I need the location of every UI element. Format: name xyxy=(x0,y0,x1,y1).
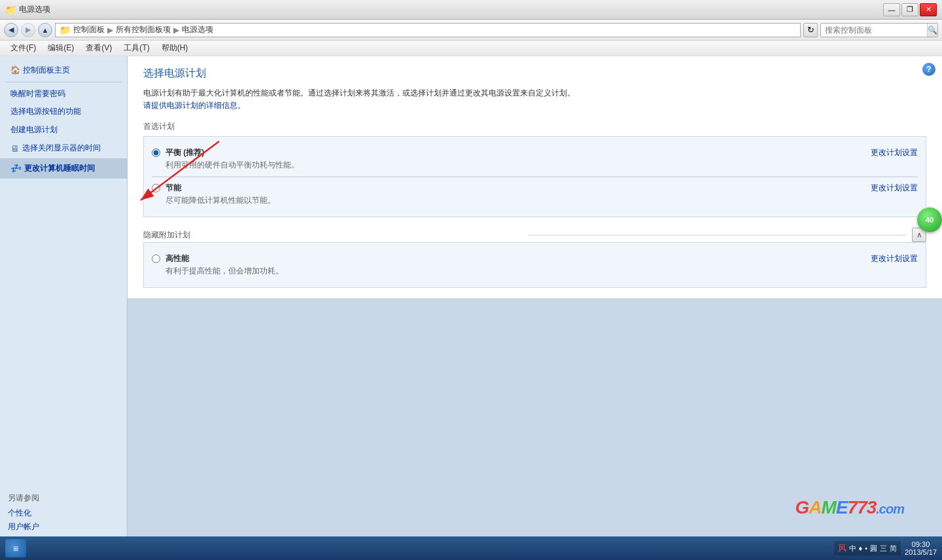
balanced-action: 更改计划设置 xyxy=(858,147,918,158)
address-bar: ◀ ▶ ▲ 📁 控制面板 ▶ 所有控制面板项 ▶ 电源选项 ↻ 🔍 xyxy=(0,20,942,41)
help-button[interactable]: ? xyxy=(922,63,935,76)
sleep-time-label: 更改计算机睡眠时间 xyxy=(24,162,95,175)
refresh-button[interactable]: ↻ xyxy=(803,23,818,37)
taskbar-right: 风 中 ♦ • 圓 三 简 09:30 2013/5/17 xyxy=(834,540,937,556)
restore-button[interactable]: ❐ xyxy=(901,3,918,16)
sidebar-divider-1 xyxy=(5,82,122,82)
sidebar: 🏠 控制面板主页 唤醒时需要密码 选择电源按钮的功能 创建电源计划 🖥 选择关闭… xyxy=(0,56,128,544)
minimize-button[interactable]: — xyxy=(883,3,900,16)
window-title: 电源选项 xyxy=(19,4,50,15)
address-path: 控制面板 ▶ 所有控制面板项 ▶ 电源选项 xyxy=(73,24,213,35)
tray-icon-4: • xyxy=(865,544,867,552)
powersave-title: 节能 xyxy=(166,183,858,194)
logo-e: E xyxy=(836,497,848,517)
plan-row-balanced: 平衡 (推荐) 利用可用的硬件自动平衡功耗与性能。 更改计划设置 xyxy=(152,142,918,177)
balanced-desc: 利用可用的硬件自动平衡功耗与性能。 xyxy=(166,160,858,171)
highperf-content: 高性能 有利于提高性能，但会增加功耗。 xyxy=(166,253,858,277)
page-description: 电源计划有助于最大化计算机的性能或者节能。通过选择计划来将其激活，或选择计划并通… xyxy=(143,87,926,112)
logo-773: 773 xyxy=(848,497,877,517)
path-1: 所有控制面板项 xyxy=(116,24,171,35)
search-box: 🔍 xyxy=(820,23,938,37)
highperf-desc: 有利于提高性能，但会增加功耗。 xyxy=(166,266,858,277)
address-field[interactable]: 📁 控制面板 ▶ 所有控制面板项 ▶ 电源选项 xyxy=(55,23,801,37)
content-area: ? 选择电源计划 电源计划有助于最大化计算机的性能或者节能。通过选择计划来将其激… xyxy=(128,56,942,298)
wake-label: 唤醒时需要密码 xyxy=(10,88,65,100)
plan-row-powersave: 节能 尽可能降低计算机性能以节能。 更改计划设置 xyxy=(152,177,918,211)
balanced-content: 平衡 (推荐) 利用可用的硬件自动平衡功耗与性能。 xyxy=(166,147,858,171)
powersave-change-link[interactable]: 更改计划设置 xyxy=(871,183,918,192)
powersave-content: 节能 尽可能降低计算机性能以节能。 xyxy=(166,183,858,206)
hidden-plans-header: 隐藏附加计划 ∧ xyxy=(143,228,926,242)
radio-powersave[interactable] xyxy=(152,184,160,192)
system-tray: 风 中 ♦ • 圓 三 简 xyxy=(834,541,901,555)
search-button[interactable]: 🔍 xyxy=(927,23,937,37)
title-bar: 📁 电源选项 — ❐ ✕ xyxy=(0,0,942,20)
sidebar-item-wake[interactable]: 唤醒时需要密码 xyxy=(0,85,127,103)
menu-tools[interactable]: 工具(T) xyxy=(118,41,154,55)
powersave-desc: 尽可能降低计算机性能以节能。 xyxy=(166,195,858,206)
logo-g: G xyxy=(795,497,809,517)
powersave-action: 更改计划设置 xyxy=(858,183,918,194)
also-personalize[interactable]: 个性化 xyxy=(8,506,119,520)
preferred-plans-section: 首选计划 平衡 (推荐) 利用可用的硬件自动平衡功耗与性能。 更改计划设置 xyxy=(143,121,926,217)
search-input[interactable] xyxy=(821,26,927,35)
menu-edit[interactable]: 编辑(E) xyxy=(43,41,79,55)
game-logo: GAME773.com xyxy=(790,495,909,521)
also-user-accounts[interactable]: 用户帐户 xyxy=(8,520,119,534)
start-button[interactable]: ⊞ xyxy=(5,539,26,557)
page-desc-text: 电源计划有助于最大化计算机的性能或者节能。通过选择计划来将其激活，或选择计划并通… xyxy=(143,88,575,97)
radio-highperf[interactable] xyxy=(152,254,160,263)
create-plan-label: 创建电源计划 xyxy=(10,124,58,136)
path-root: 控制面板 xyxy=(73,24,105,35)
sidebar-home[interactable]: 🏠 控制面板主页 xyxy=(0,61,127,79)
sleep-icon: 💤 xyxy=(10,161,22,175)
menu-file[interactable]: 文件(F) xyxy=(5,41,41,55)
balanced-title: 平衡 (推荐) xyxy=(166,147,858,158)
path-2: 电源选项 xyxy=(182,24,213,35)
start-icon: ⊞ xyxy=(13,545,18,552)
clock-time: 09:30 xyxy=(905,540,937,548)
logo-m: M xyxy=(822,497,836,517)
clock-display: 09:30 2013/5/17 xyxy=(905,540,937,556)
tray-icon-2: 中 xyxy=(849,544,856,553)
highperf-title: 高性能 xyxy=(166,253,858,264)
sidebar-item-display-time[interactable]: 🖥 选择关闭显示器的时间 xyxy=(0,139,127,158)
display-icon: 🖥 xyxy=(10,141,20,156)
sidebar-item-power-btn[interactable]: 选择电源按钮的功能 xyxy=(0,103,127,120)
preferred-plans-header: 首选计划 xyxy=(143,121,926,132)
logo-a: A xyxy=(809,497,821,517)
balanced-change-link[interactable]: 更改计划设置 xyxy=(871,148,918,157)
up-button[interactable]: ▲ xyxy=(38,23,52,37)
menu-help[interactable]: 帮助(H) xyxy=(156,41,194,55)
main-layout: 🏠 控制面板主页 唤醒时需要密码 选择电源按钮的功能 创建电源计划 🖥 选择关闭… xyxy=(0,56,942,544)
green-circle-button[interactable]: 40 xyxy=(917,207,942,232)
path-sep-2: ▶ xyxy=(173,26,179,35)
power-btn-label: 选择电源按钮的功能 xyxy=(10,105,81,118)
sidebar-also: 另请参阅 个性化 用户帐户 xyxy=(0,487,127,539)
forward-button[interactable]: ▶ xyxy=(21,23,35,37)
home-icon: 🏠 xyxy=(10,64,20,77)
also-title: 另请参阅 xyxy=(8,493,119,504)
preferred-plans-box: 平衡 (推荐) 利用可用的硬件自动平衡功耗与性能。 更改计划设置 节能 xyxy=(143,136,926,217)
tray-icon-5: 圓 xyxy=(870,544,877,553)
watermark-area: GAME773.com xyxy=(790,495,909,521)
display-time-label: 选择关闭显示器的时间 xyxy=(22,142,101,154)
menu-view[interactable]: 查看(V) xyxy=(80,41,117,55)
hidden-plans-label: 隐藏附加计划 xyxy=(143,230,523,241)
radio-balanced[interactable] xyxy=(152,149,160,157)
desc-link[interactable]: 请提供电源计划的详细信息。 xyxy=(143,101,245,110)
title-bar-left: 📁 电源选项 xyxy=(5,4,50,15)
green-btn-label: 40 xyxy=(926,216,933,224)
highperf-change-link[interactable]: 更改计划设置 xyxy=(871,254,918,263)
content-wrapper: ? 选择电源计划 电源计划有助于最大化计算机的性能或者节能。通过选择计划来将其激… xyxy=(128,56,942,544)
back-button[interactable]: ◀ xyxy=(4,23,18,37)
close-button[interactable]: ✕ xyxy=(920,3,937,16)
taskbar: ⊞ 风 中 ♦ • 圓 三 简 09:30 2013/5/17 xyxy=(0,536,942,560)
menu-bar: 文件(F) 编辑(E) 查看(V) 工具(T) 帮助(H) xyxy=(0,41,942,56)
tray-icon-3: ♦ xyxy=(859,544,863,552)
sidebar-item-sleep-time[interactable]: 💤 更改计算机睡眠时间 xyxy=(0,158,127,178)
sidebar-home-label: 控制面板主页 xyxy=(23,64,70,77)
tray-icon-1[interactable]: 风 xyxy=(838,542,846,554)
tray-icon-7: 简 xyxy=(890,544,897,553)
sidebar-item-create-plan[interactable]: 创建电源计划 xyxy=(0,121,127,139)
